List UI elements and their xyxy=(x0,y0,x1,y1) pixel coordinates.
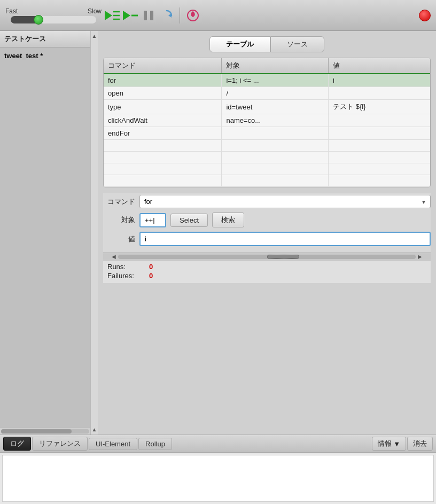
bottom-tab-ui-element[interactable]: UI-Element xyxy=(89,438,137,450)
table-row[interactable]: typeid=tweetテスト ${i} xyxy=(104,100,430,114)
col-value: 値 xyxy=(329,58,430,74)
sidebar-item-tweet-test[interactable]: tweet_test * xyxy=(4,51,86,61)
clear-button[interactable]: 消去 xyxy=(407,437,433,451)
run-one-button[interactable] xyxy=(123,8,138,23)
toolbar: Fast Slow xyxy=(0,0,436,31)
main-area: テストケース tweet_test * ▲ ▲ テーブル ソース xyxy=(0,31,436,435)
command-select[interactable]: for open type clickAndWait endFor xyxy=(139,195,431,208)
sidebar-right-scrollbar[interactable]: ▲ ▲ xyxy=(90,31,98,435)
bottom-panel: ログ リファレンス UI-Element Rollup 情報 ▼ 消去 xyxy=(0,435,436,504)
cell-target: i=1; i <= ... xyxy=(222,74,329,87)
speed-labels: Fast Slow xyxy=(5,7,102,15)
target-row: 対象 Select 検索 xyxy=(103,212,431,227)
scroll-up-arrow[interactable]: ▲ xyxy=(92,33,97,39)
fast-label: Fast xyxy=(5,7,18,15)
refresh-button[interactable] xyxy=(159,8,174,23)
runs-label: Runs: xyxy=(107,263,145,271)
table-row[interactable]: fori=1; i <= ...i xyxy=(104,74,430,87)
table-body: fori=1; i <= ...iopen/typeid=tweetテスト ${… xyxy=(104,74,430,187)
table-row[interactable]: open/ xyxy=(104,87,430,100)
cell-command: endFor xyxy=(104,127,222,140)
info-button[interactable]: 情報 ▼ xyxy=(372,437,406,451)
tab-bar: テーブル ソース xyxy=(103,36,431,52)
sidebar-bottom-scrollbar[interactable] xyxy=(0,427,90,435)
form-area: コマンド for open type clickAndWait endFor ▼… xyxy=(103,193,431,253)
cell-value xyxy=(329,127,430,140)
svg-marker-8 xyxy=(168,13,172,18)
stop-button[interactable] xyxy=(419,10,431,21)
value-input[interactable] xyxy=(139,232,431,246)
slow-label: Slow xyxy=(88,7,102,15)
table-row[interactable]: endFor xyxy=(104,127,430,140)
value-row: 値 xyxy=(103,232,431,246)
horizontal-scrollbar[interactable]: ◀ ▶ xyxy=(103,253,431,260)
table-empty-row xyxy=(104,163,430,175)
cell-target: name=co... xyxy=(222,114,329,127)
sidebar-main: テストケース tweet_test * xyxy=(0,31,90,435)
stats-area: Runs: 0 Failures: 0 xyxy=(103,260,431,283)
h-scroll-thumb xyxy=(267,255,299,259)
sidebar-bottom-thumb xyxy=(1,429,72,434)
command-table: コマンド 対象 値 fori=1; i <= ...iopen/typeid=t… xyxy=(104,58,430,187)
h-scroll-track xyxy=(118,255,416,259)
info-dropdown-arrow: ▼ xyxy=(393,440,400,448)
command-row: コマンド for open type clickAndWait endFor ▼ xyxy=(103,195,431,208)
failures-row: Failures: 0 xyxy=(107,272,426,280)
cell-target xyxy=(222,127,329,140)
sidebar-bottom-track xyxy=(1,429,89,434)
table-empty-row xyxy=(104,140,430,152)
toolbar-separator-1 xyxy=(180,7,180,23)
bottom-tab-bar: ログ リファレンス UI-Element Rollup 情報 ▼ 消去 xyxy=(0,435,436,453)
col-target: 対象 xyxy=(222,58,329,74)
cell-value: i xyxy=(329,74,430,87)
command-select-wrapper: for open type clickAndWait endFor ▼ xyxy=(139,195,431,208)
search-button[interactable]: 検索 xyxy=(212,212,244,227)
runs-value: 0 xyxy=(149,263,153,271)
clear-label: 消去 xyxy=(413,439,427,448)
bottom-tab-rollup[interactable]: Rollup xyxy=(138,438,172,450)
run-all-button[interactable] xyxy=(105,8,120,23)
sidebar-header: テストケース xyxy=(0,31,90,48)
runs-row: Runs: 0 xyxy=(107,263,426,271)
table-row[interactable]: clickAndWaitname=co... xyxy=(104,114,430,127)
scroll-down-arrow[interactable]: ▲ xyxy=(92,427,97,432)
svg-rect-7 xyxy=(150,11,153,20)
cell-target: id=tweet xyxy=(222,100,329,114)
table-empty-row xyxy=(104,152,430,163)
tab-source[interactable]: ソース xyxy=(270,36,324,52)
failures-label: Failures: xyxy=(107,272,145,280)
info-label: 情報 xyxy=(378,439,392,448)
sidebar-content: tweet_test * xyxy=(0,48,90,427)
cell-command: type xyxy=(104,100,222,114)
svg-marker-4 xyxy=(123,11,130,20)
sidebar-wrapper: テストケース tweet_test * ▲ ▲ xyxy=(0,31,98,435)
h-scroll-left-arrow[interactable]: ◀ xyxy=(112,254,116,259)
failures-value: 0 xyxy=(149,272,153,280)
command-table-container: コマンド 対象 値 fori=1; i <= ...iopen/typeid=t… xyxy=(103,58,431,187)
cell-command: for xyxy=(104,74,222,87)
target-label: 対象 xyxy=(103,215,135,225)
target-input[interactable] xyxy=(139,213,166,227)
log-content xyxy=(2,455,434,502)
select-button[interactable]: Select xyxy=(170,214,208,227)
value-label: 値 xyxy=(103,234,135,244)
bottom-tab-log[interactable]: ログ xyxy=(3,437,31,451)
bottom-tab-reference[interactable]: リファレンス xyxy=(32,437,88,451)
cell-value xyxy=(329,114,430,127)
cell-target: / xyxy=(222,87,329,100)
cell-value: テスト ${i} xyxy=(329,100,430,114)
col-command: コマンド xyxy=(104,58,222,74)
tab-table[interactable]: テーブル xyxy=(209,36,270,52)
cell-value xyxy=(329,87,430,100)
table-header-row: コマンド 対象 値 xyxy=(104,58,430,74)
svg-marker-0 xyxy=(105,11,112,20)
pause-button[interactable] xyxy=(141,8,156,23)
cell-command: open xyxy=(104,87,222,100)
table-empty-row xyxy=(104,175,430,187)
debian-button[interactable] xyxy=(185,8,200,23)
h-scroll-right-arrow[interactable]: ▶ xyxy=(418,254,422,259)
cell-command: clickAndWait xyxy=(104,114,222,127)
speed-slider[interactable] xyxy=(11,16,96,23)
speed-control: Fast Slow xyxy=(5,7,102,23)
command-label: コマンド xyxy=(103,197,135,207)
